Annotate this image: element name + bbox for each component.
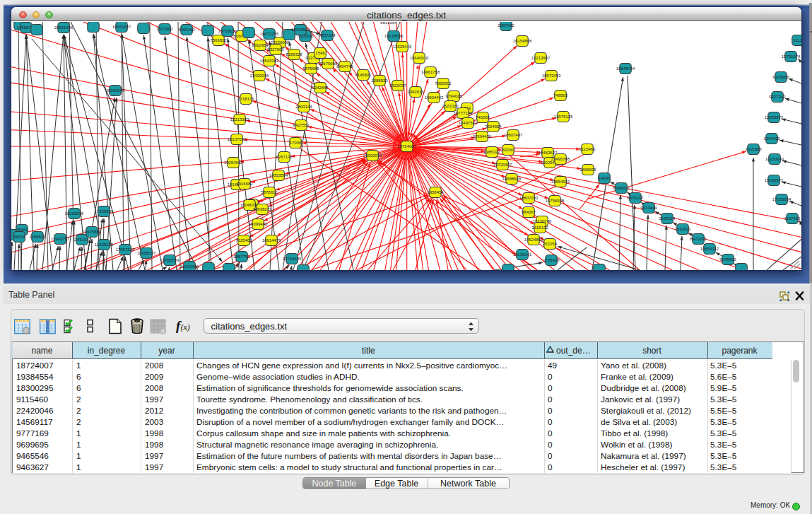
svg-text:18463627: 18463627 xyxy=(539,151,558,155)
svg-text:14099483: 14099483 xyxy=(249,222,268,226)
svg-text:12213967: 12213967 xyxy=(531,56,551,60)
svg-text:16782759: 16782759 xyxy=(160,258,180,262)
svg-text:1362615: 1362615 xyxy=(407,90,424,94)
svg-text:6479197: 6479197 xyxy=(627,196,644,200)
svg-text:748563: 748563 xyxy=(553,93,568,98)
svg-text:1244415: 1244415 xyxy=(763,136,780,141)
svg-text:19054982: 19054982 xyxy=(224,160,243,165)
svg-text:8471636: 8471636 xyxy=(690,237,707,241)
svg-text:984067: 984067 xyxy=(522,210,536,214)
svg-text:19904443: 19904443 xyxy=(425,95,444,100)
svg-text:14353594: 14353594 xyxy=(269,173,288,177)
svg-text:14095: 14095 xyxy=(599,176,611,180)
svg-text:10958107: 10958107 xyxy=(137,251,156,255)
svg-text:12505135: 12505135 xyxy=(95,243,114,247)
svg-text:13975125: 13975125 xyxy=(554,115,573,119)
svg-text:16543382: 16543382 xyxy=(260,59,279,63)
svg-text:9794028: 9794028 xyxy=(445,94,462,98)
svg-text:16671355: 16671355 xyxy=(260,32,279,36)
svg-text:1546: 1546 xyxy=(315,51,325,55)
svg-text:252254: 252254 xyxy=(543,242,558,246)
svg-text:16210643: 16210643 xyxy=(765,157,784,161)
svg-text:2718176: 2718176 xyxy=(237,97,254,101)
svg-text:1588520: 1588520 xyxy=(371,78,388,83)
svg-text:1156829: 1156829 xyxy=(30,235,47,239)
svg-text:8938923: 8938923 xyxy=(613,186,630,190)
svg-text:17016504: 17016504 xyxy=(772,197,792,201)
svg-text:17006: 17006 xyxy=(290,141,302,145)
svg-text:10688609: 10688609 xyxy=(502,177,522,181)
svg-text:14524851: 14524851 xyxy=(524,238,543,242)
svg-text:12323446: 12323446 xyxy=(180,264,199,269)
svg-text:15720407: 15720407 xyxy=(493,163,512,167)
svg-text:1916682: 1916682 xyxy=(236,182,253,186)
svg-text:12942757: 12942757 xyxy=(51,237,70,241)
svg-text:1112: 1112 xyxy=(794,38,801,42)
svg-text:3624554: 3624554 xyxy=(485,124,502,129)
svg-text:1167533: 1167533 xyxy=(784,216,801,221)
svg-text:20691406: 20691406 xyxy=(54,25,73,30)
svg-text:18724007: 18724007 xyxy=(397,144,416,148)
svg-text:8813054: 8813054 xyxy=(380,22,397,25)
svg-text:9227342: 9227342 xyxy=(769,95,786,99)
svg-text:62160: 62160 xyxy=(502,148,514,152)
svg-text:2386322: 2386322 xyxy=(483,150,500,154)
svg-text:17359936: 17359936 xyxy=(95,209,114,214)
svg-text:18807293: 18807293 xyxy=(519,196,539,200)
svg-text:16033809: 16033809 xyxy=(291,28,310,32)
svg-text:16914479: 16914479 xyxy=(262,238,281,243)
svg-text:6466160: 6466160 xyxy=(178,28,195,32)
svg-text:19654923: 19654923 xyxy=(551,180,570,184)
svg-text:2087682: 2087682 xyxy=(498,23,514,28)
svg-text:3215958: 3215958 xyxy=(745,147,762,151)
svg-text:16154808: 16154808 xyxy=(513,39,532,43)
svg-text:8454749: 8454749 xyxy=(336,64,353,69)
svg-text:11451947: 11451947 xyxy=(73,238,92,242)
svg-text:2935114: 2935114 xyxy=(659,216,676,221)
svg-text:8912954: 8912954 xyxy=(252,43,269,47)
svg-text:15751074: 15751074 xyxy=(782,54,801,59)
svg-text:16640910: 16640910 xyxy=(410,56,429,60)
svg-text:20364436: 20364436 xyxy=(473,134,492,139)
svg-text:1958454: 1958454 xyxy=(427,190,444,194)
svg-text:8267130: 8267130 xyxy=(276,155,293,159)
svg-text:14136141: 14136141 xyxy=(513,252,532,257)
svg-text:12213383: 12213383 xyxy=(230,117,249,122)
svg-text:8427552: 8427552 xyxy=(293,123,310,127)
svg-text:10654112: 10654112 xyxy=(700,247,719,251)
svg-text:746266: 746266 xyxy=(476,115,490,119)
svg-text:7625402: 7625402 xyxy=(235,238,252,243)
svg-text:23676068: 23676068 xyxy=(319,62,338,66)
svg-text:23495788: 23495788 xyxy=(551,157,570,161)
svg-text:9699695: 9699695 xyxy=(579,168,596,172)
svg-text:9146821: 9146821 xyxy=(355,73,372,77)
svg-text:10653267: 10653267 xyxy=(112,25,131,29)
svg-text:10807487: 10807487 xyxy=(504,133,523,137)
svg-text:8322037: 8322037 xyxy=(389,83,406,88)
svg-text:23302075: 23302075 xyxy=(363,153,382,158)
svg-text:19777109: 19777109 xyxy=(454,111,473,115)
svg-text:20053346: 20053346 xyxy=(106,88,125,93)
svg-text:19756928: 19756928 xyxy=(546,199,565,203)
svg-text:8186328: 8186328 xyxy=(286,52,302,57)
svg-text:9857791: 9857791 xyxy=(233,255,250,259)
svg-text:10107553: 10107553 xyxy=(228,137,247,141)
svg-text:2803144: 2803144 xyxy=(295,105,312,109)
svg-text:13716485: 13716485 xyxy=(283,257,302,261)
svg-text:9245652: 9245652 xyxy=(719,257,736,262)
svg-text:15692971: 15692971 xyxy=(765,178,784,182)
svg-text:14938222: 14938222 xyxy=(253,207,272,211)
svg-text:13325419: 13325419 xyxy=(393,45,412,49)
svg-text:39154: 39154 xyxy=(13,235,25,239)
svg-text:7857224: 7857224 xyxy=(319,33,336,37)
svg-text:1521022: 1521022 xyxy=(442,104,459,108)
svg-text:5875685: 5875685 xyxy=(302,66,319,71)
svg-text:9474444: 9474444 xyxy=(640,206,657,210)
svg-text:14961758: 14961758 xyxy=(421,70,440,74)
svg-text:9327503: 9327503 xyxy=(267,47,284,52)
svg-text:1615132: 1615132 xyxy=(531,226,548,230)
svg-text:16497503: 16497503 xyxy=(459,121,478,125)
svg-text:9329966: 9329966 xyxy=(772,75,789,79)
svg-text:5878312: 5878312 xyxy=(261,190,278,194)
svg-text:10973493: 10973493 xyxy=(542,74,561,78)
